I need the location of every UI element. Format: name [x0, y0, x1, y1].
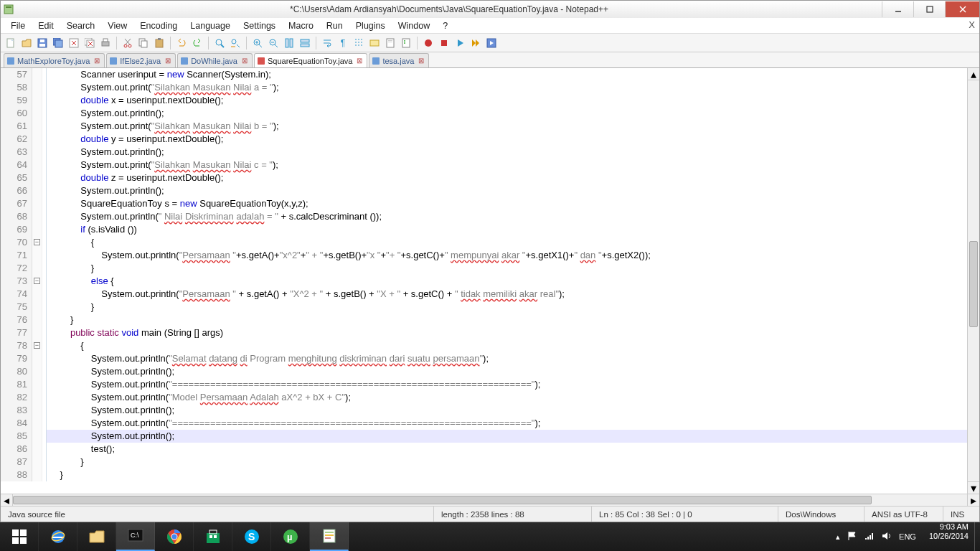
- code-line[interactable]: 76 }: [1, 314, 967, 326]
- code-line[interactable]: 68 System.out.println(" Nilai Diskrimina…: [1, 210, 967, 223]
- code-line[interactable]: 78− {: [1, 339, 967, 352]
- save-icon[interactable]: [35, 36, 50, 50]
- code-line[interactable]: 84 System.out.println("=================…: [1, 417, 967, 430]
- taskbar-utorrent-icon[interactable]: µ: [271, 522, 310, 551]
- menu-view[interactable]: View: [102, 19, 133, 32]
- code-line[interactable]: 57 Scanner userinput = new Scanner(Syste…: [1, 68, 967, 81]
- code-content[interactable]: }: [47, 301, 967, 314]
- tab-close-icon[interactable]: ⊠: [240, 57, 249, 65]
- taskbar-skype-icon[interactable]: S: [232, 522, 271, 551]
- sync-v-icon[interactable]: [282, 36, 296, 50]
- code-line[interactable]: 60 System.out.println();: [1, 107, 967, 120]
- code-line[interactable]: 73− else {: [1, 275, 967, 288]
- code-line[interactable]: 88 }: [1, 468, 967, 481]
- play-icon[interactable]: [453, 36, 467, 50]
- fold-gutter[interactable]: [32, 171, 42, 184]
- wordwrap-icon[interactable]: [320, 36, 334, 50]
- taskbar-explorer-icon[interactable]: [77, 522, 116, 551]
- maximize-button[interactable]: [913, 1, 945, 17]
- fold-gutter[interactable]: [32, 262, 42, 275]
- code-content[interactable]: System.out.println();: [47, 146, 967, 159]
- code-content[interactable]: System.out.print("Silahkan Masukan Nilai…: [47, 120, 967, 133]
- tab-close-icon[interactable]: ⊠: [93, 57, 101, 65]
- code-content[interactable]: }: [47, 314, 967, 326]
- fold-gutter[interactable]: [32, 146, 42, 159]
- code-content[interactable]: System.out.print("Silahkan Masukan Nilai…: [47, 81, 967, 94]
- fold-gutter[interactable]: [32, 288, 42, 301]
- code-line[interactable]: 61 System.out.print("Silahkan Masukan Ni…: [1, 120, 967, 133]
- code-line[interactable]: 81 System.out.println("=================…: [1, 378, 967, 391]
- save-macro-icon[interactable]: [484, 36, 499, 50]
- code-line[interactable]: 82 System.out.println("Model Persamaan A…: [1, 391, 967, 404]
- fold-gutter[interactable]: [32, 456, 42, 468]
- fold-gutter[interactable]: [32, 468, 42, 481]
- tray-network-icon[interactable]: [864, 531, 875, 542]
- minimize-button[interactable]: [882, 1, 913, 17]
- find-icon[interactable]: [212, 36, 227, 50]
- fold-gutter[interactable]: [32, 391, 42, 404]
- new-file-icon[interactable]: [4, 36, 18, 50]
- code-content[interactable]: {: [47, 339, 967, 352]
- fold-marker-icon[interactable]: −: [34, 278, 40, 284]
- fold-gutter[interactable]: [32, 223, 42, 236]
- fold-gutter[interactable]: [32, 314, 42, 326]
- code-content[interactable]: }: [47, 468, 967, 481]
- code-line[interactable]: 79 System.out.println("Selamat datang di…: [1, 352, 967, 365]
- code-content[interactable]: System.out.println("Persamaan "+s.getA()…: [47, 249, 967, 262]
- save-all-icon[interactable]: [51, 36, 65, 50]
- fold-marker-icon[interactable]: −: [34, 342, 40, 349]
- taskbar-notepadpp-icon[interactable]: [310, 522, 349, 551]
- cut-icon[interactable]: [121, 36, 135, 50]
- menu-window[interactable]: Window: [392, 19, 435, 32]
- code-content[interactable]: System.out.println();: [47, 404, 967, 417]
- code-line[interactable]: 77 public static void main (String [] ar…: [1, 326, 967, 339]
- print-icon[interactable]: [98, 36, 113, 50]
- code-content[interactable]: System.out.println();: [47, 107, 967, 120]
- code-line[interactable]: 83 System.out.println();: [1, 404, 967, 417]
- indent-guide-icon[interactable]: [352, 36, 366, 50]
- code-content[interactable]: }: [47, 456, 967, 468]
- code-line[interactable]: 85 System.out.println();: [1, 430, 967, 443]
- menu-edit[interactable]: Edit: [32, 19, 60, 32]
- code-content[interactable]: System.out.println();: [47, 365, 967, 378]
- scroll-down-icon[interactable]: ▾: [968, 481, 979, 494]
- fold-gutter[interactable]: [32, 68, 42, 81]
- code-line[interactable]: 75 }: [1, 301, 967, 314]
- zoom-out-icon[interactable]: [266, 36, 281, 50]
- menu-search[interactable]: Search: [61, 19, 101, 32]
- tray-volume-icon[interactable]: [882, 531, 892, 542]
- code-content[interactable]: System.out.println("====================…: [47, 378, 967, 391]
- fold-gutter[interactable]: [32, 120, 42, 133]
- fold-gutter[interactable]: [32, 352, 42, 365]
- close-doc-icon[interactable]: [67, 36, 81, 50]
- code-line[interactable]: 58 System.out.print("Silahkan Masukan Ni…: [1, 81, 967, 94]
- fold-gutter[interactable]: [32, 301, 42, 314]
- stop-icon[interactable]: [437, 36, 451, 50]
- tab-tesa-java[interactable]: tesa.java⊠: [369, 53, 429, 67]
- tab-squareequationtoy-java[interactable]: SquareEquationToy.java⊠: [254, 53, 367, 67]
- taskbar-clock[interactable]: 9:03 AM 10/26/2014: [923, 522, 974, 551]
- code-content[interactable]: System.out.println(" Nilai Diskriminan a…: [47, 210, 967, 223]
- code-content[interactable]: double x = userinput.nextDouble();: [47, 94, 967, 107]
- undo-icon[interactable]: [174, 36, 189, 50]
- tab-close-icon[interactable]: ⊠: [417, 57, 425, 65]
- fold-gutter[interactable]: −: [32, 339, 42, 352]
- taskbar-chrome-icon[interactable]: [155, 522, 194, 551]
- code-content[interactable]: }: [47, 262, 967, 275]
- code-content[interactable]: System.out.println();: [47, 184, 967, 197]
- fold-gutter[interactable]: −: [32, 275, 42, 288]
- code-content[interactable]: SquareEquationToy s = new SquareEquation…: [47, 197, 967, 210]
- code-content[interactable]: System.out.println("Model Persamaan Adal…: [47, 391, 967, 404]
- scroll-thumb-v[interactable]: [969, 241, 978, 327]
- show-desktop-button[interactable]: [974, 522, 980, 551]
- horizontal-scrollbar[interactable]: ◂ ▸: [1, 494, 979, 506]
- taskbar-ie-icon[interactable]: [39, 522, 77, 551]
- fold-gutter[interactable]: [32, 430, 42, 443]
- menu-file[interactable]: File: [5, 19, 31, 32]
- fold-gutter[interactable]: [32, 133, 42, 146]
- system-tray[interactable]: ▴ ENG: [829, 522, 923, 551]
- code-line[interactable]: 67 SquareEquationToy s = new SquareEquat…: [1, 197, 967, 210]
- menu-settings[interactable]: Settings: [237, 19, 281, 32]
- code-line[interactable]: 70− {: [1, 236, 967, 249]
- fold-gutter[interactable]: [32, 210, 42, 223]
